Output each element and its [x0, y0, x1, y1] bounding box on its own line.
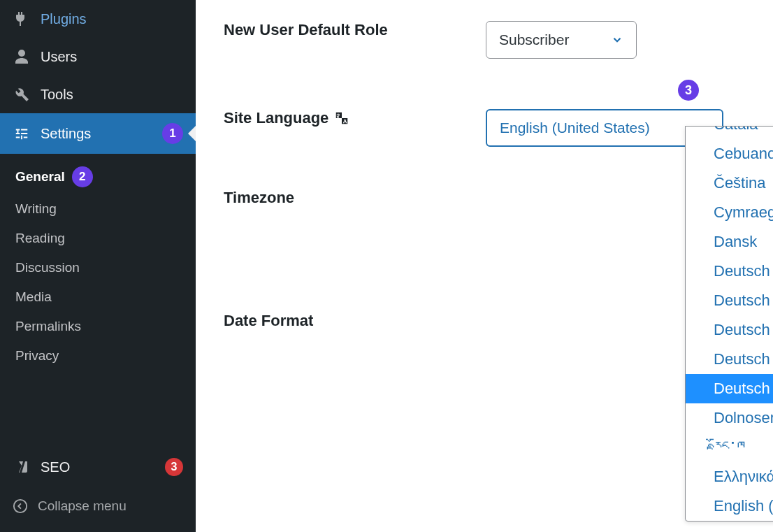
language-option[interactable]: English (UK)	[686, 491, 773, 521]
default-role-label: New User Default Role	[224, 21, 486, 39]
language-option[interactable]: Català	[686, 126, 773, 139]
language-option[interactable]: Deutsch (Sie)	[686, 286, 773, 315]
language-option[interactable]: Ελληνικά	[686, 462, 773, 491]
language-option[interactable]: Cebuano	[686, 139, 773, 168]
submenu-item-label: Permalinks	[15, 319, 81, 334]
update-count-badge: 3	[165, 458, 183, 476]
language-option[interactable]: Deutsch	[686, 315, 773, 345]
submenu-item-label: Reading	[15, 231, 65, 246]
sidebar-item-label: Tools	[41, 87, 183, 103]
site-language-dropdown[interactable]: CatalàCebuanoČeštinaCymraegDanskDeutsch …	[685, 126, 773, 522]
sidebar-item-label: Plugins	[41, 11, 183, 27]
submenu-item-label: General	[15, 169, 65, 185]
sidebar-item-plugins[interactable]: Plugins	[0, 0, 196, 38]
step-badge-2: 2	[72, 166, 93, 187]
translate-icon	[334, 110, 349, 126]
submenu-item-writing[interactable]: Writing	[0, 194, 196, 224]
sidebar-item-label: SEO	[41, 459, 155, 475]
submenu-item-reading[interactable]: Reading	[0, 224, 196, 253]
submenu-item-general[interactable]: General 2	[0, 159, 196, 194]
sidebar-item-seo[interactable]: SEO 3	[0, 448, 196, 486]
collapse-label: Collapse menu	[38, 498, 127, 514]
step-badge-1: 1	[162, 123, 183, 144]
sidebar-item-label: Settings	[41, 126, 152, 142]
submenu-item-label: Writing	[15, 201, 57, 217]
submenu-item-discussion[interactable]: Discussion	[0, 253, 196, 282]
default-role-value: Subscriber	[499, 31, 569, 48]
yoast-icon	[13, 458, 31, 476]
collapse-icon	[13, 498, 28, 514]
sidebar-item-settings[interactable]: Settings 1	[0, 113, 196, 154]
wrench-icon	[13, 85, 31, 103]
sidebar-item-label: Users	[41, 49, 183, 65]
language-option[interactable]: Deutsch (Schweiz)	[686, 345, 773, 374]
language-option[interactable]: Deutsch (Österreich)	[686, 374, 773, 403]
submenu-item-permalinks[interactable]: Permalinks	[0, 312, 196, 341]
settings-general-page: New User Default Role Subscriber Site La…	[196, 0, 773, 532]
language-option[interactable]: རྫོང་ཁ	[686, 433, 773, 462]
submenu-item-privacy[interactable]: Privacy	[0, 341, 196, 371]
submenu-item-media[interactable]: Media	[0, 282, 196, 312]
svg-point-0	[14, 500, 27, 512]
submenu-item-label: Media	[15, 289, 52, 305]
sliders-icon	[13, 124, 31, 143]
sidebar-item-tools[interactable]: Tools	[0, 76, 196, 113]
language-option[interactable]: Čeština	[686, 168, 773, 198]
collapse-menu-button[interactable]: Collapse menu	[0, 486, 196, 532]
language-option[interactable]: Dansk	[686, 227, 773, 257]
submenu-item-label: Privacy	[15, 348, 59, 364]
step-badge-3: 3	[677, 78, 700, 102]
default-role-select[interactable]: Subscriber	[486, 21, 637, 59]
sidebar-item-users[interactable]: Users	[0, 38, 196, 76]
language-option[interactable]: Dolnoserbšćina	[686, 403, 773, 433]
site-language-value: English (United States)	[500, 120, 650, 136]
settings-submenu: General 2 Writing Reading Discussion Med…	[0, 154, 196, 382]
plug-icon	[13, 10, 31, 28]
timezone-label: Timezone	[224, 189, 486, 207]
submenu-item-label: Discussion	[15, 260, 80, 275]
language-option[interactable]: Deutsch (Schweiz, Du)	[686, 257, 773, 286]
date-format-label: Date Format	[224, 312, 486, 330]
admin-sidebar: Plugins Users Tools Settings 1 General 2…	[0, 0, 196, 532]
row-default-role: New User Default Role Subscriber	[224, 21, 773, 59]
user-icon	[13, 48, 31, 66]
language-option[interactable]: Cymraeg	[686, 198, 773, 227]
chevron-down-icon	[611, 34, 623, 46]
site-language-label: Site Language	[224, 109, 486, 127]
